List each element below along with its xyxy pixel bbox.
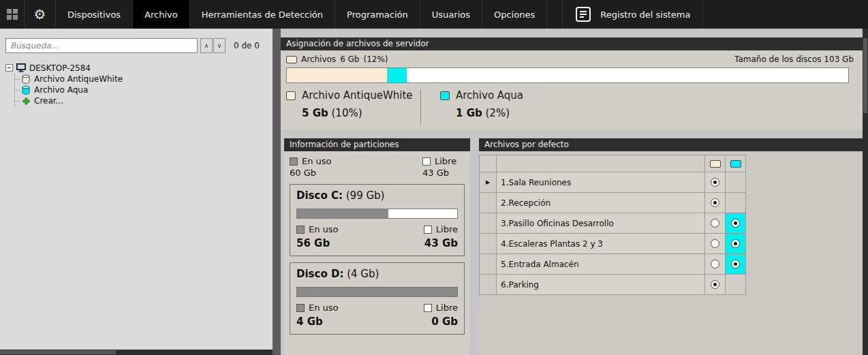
aqua-file-icon	[730, 160, 741, 168]
chevron-up-icon: ∧	[204, 42, 209, 49]
header-antiquewhite-column[interactable]	[705, 155, 726, 172]
menu-item-dispositivos[interactable]: Dispositivos	[56, 0, 133, 29]
tree-item-label: Archivo AntiqueWhite	[34, 74, 123, 84]
aqua-radio-cell[interactable]	[726, 172, 746, 193]
tree-item-3[interactable]: Crear...	[15, 95, 267, 106]
files-summary: Archivos 6 Gb (12%)	[286, 55, 388, 64]
app-grid-icon[interactable]	[0, 0, 25, 29]
main-content: Asignación de archivos de servidor Archi…	[281, 29, 863, 355]
menu-item-programacion[interactable]: Programación	[335, 0, 420, 29]
table-row: 3.Pasillo Oficinas Desarrollo	[480, 213, 746, 234]
menu-item-herramientas[interactable]: Herramientas de Detección	[190, 0, 335, 29]
aqua-radio-cell[interactable]	[726, 275, 746, 295]
add-plus-icon	[21, 97, 31, 105]
row-selector-cell[interactable]: ▶	[480, 172, 497, 193]
default-files-table: ▶1.Sala Reuniones2.Recepción3.Pasillo Of…	[479, 155, 746, 295]
table-row: 2.Recepción	[480, 193, 746, 213]
server-allocation-header: Asignación de archivos de servidor	[281, 37, 863, 50]
menu-item-opciones[interactable]: Opciones	[482, 0, 547, 29]
tree-collapse-toggle[interactable]	[5, 64, 13, 72]
antiquewhite-radio[interactable]	[711, 280, 719, 289]
in-use-swatch-icon	[296, 304, 305, 312]
partitions-panel: Información de particiones En uso Libre …	[284, 138, 470, 355]
antiquewhite-radio-cell[interactable]	[705, 275, 726, 295]
menu-item-archivo[interactable]: Archivo	[133, 0, 190, 29]
free-label: Libre	[436, 303, 458, 313]
file-name-cell[interactable]: 1.Sala Reuniones	[497, 172, 705, 193]
legend-value: 5 Gb	[302, 107, 328, 119]
in-use-label: En uso	[302, 156, 332, 166]
aqua-radio-cell[interactable]	[726, 234, 746, 254]
antiquewhite-radio[interactable]	[711, 239, 719, 248]
aqua-radio[interactable]	[731, 219, 740, 228]
disk-name: Disco D:	[296, 268, 343, 280]
file-name-cell[interactable]: 3.Pasillo Oficinas Desarrollo	[497, 213, 705, 234]
file-name-cell[interactable]: 6.Parking	[497, 275, 705, 295]
header-name-cell	[497, 155, 705, 172]
disk-bar-fill	[297, 209, 388, 218]
aqua-legend-icon[interactable]	[440, 91, 450, 100]
scrollbar-thumb[interactable]	[863, 38, 867, 113]
disk-in-use-value: 4 Gb	[296, 315, 323, 328]
free-swatch-icon	[424, 226, 432, 234]
search-next-button[interactable]: ∨	[213, 38, 226, 53]
antiquewhite-radio-cell[interactable]	[705, 254, 726, 275]
row-selector-cell[interactable]	[480, 275, 497, 295]
legend-item-aqua: Archivo Aqua 1 Gb (2%)	[440, 89, 523, 125]
file-name-cell[interactable]: 4.Escaleras Plantas 2 y 3	[497, 234, 705, 254]
antiquewhite-radio[interactable]	[711, 260, 719, 268]
app-window: ⚙ DispositivosArchivoHerramientas de Det…	[0, 0, 868, 355]
antiquewhite-legend-icon[interactable]	[286, 91, 296, 100]
tree-item-1[interactable]: Archivo AntiqueWhite	[15, 74, 267, 84]
in-use-label: En uso	[309, 224, 339, 234]
in-use-swatch-icon	[290, 157, 298, 166]
vertical-scrollbar[interactable]	[863, 29, 868, 355]
scrollbar-thumb[interactable]	[0, 350, 116, 354]
files-value: 6 Gb	[340, 55, 359, 64]
panel-title: Información de particiones	[290, 140, 399, 149]
antiquewhite-radio-cell[interactable]	[705, 213, 726, 234]
free-label: Libre	[436, 224, 458, 234]
menu-item-usuarios[interactable]: Usuarios	[420, 0, 482, 29]
aqua-radio-cell[interactable]	[726, 213, 746, 234]
panel-splitter[interactable]	[273, 29, 281, 355]
default-files-panel: Archivos por defecto ▶1.Sala Reuniones2.…	[479, 138, 863, 355]
legend-name: Archivo Aqua	[456, 89, 523, 102]
alloc-bar-aqua	[388, 68, 406, 82]
aqua-radio-cell[interactable]	[726, 193, 746, 213]
search-prev-button[interactable]: ∧	[200, 38, 213, 53]
settings-gear-button[interactable]: ⚙	[25, 0, 56, 29]
system-log-button[interactable]: Registro del sistema	[562, 0, 703, 29]
disk-c-box: Disco C: (99 Gb) En uso Libre 56 Gb 43 G…	[290, 184, 465, 256]
row-selector-cell[interactable]	[480, 213, 497, 234]
antiquewhite-radio[interactable]	[711, 178, 719, 187]
sidebar-horizontal-scrollbar[interactable]	[0, 350, 273, 355]
row-selector-cell[interactable]	[480, 193, 497, 213]
panel-title: Archivos por defecto	[484, 140, 569, 149]
antiquewhite-radio[interactable]	[711, 219, 719, 228]
allocation-bar	[286, 67, 849, 83]
tree-root-item[interactable]: DESKTOP-2584	[5, 62, 267, 74]
search-input[interactable]	[5, 38, 198, 53]
row-selector-cell[interactable]	[480, 254, 497, 275]
gear-icon: ⚙	[34, 6, 46, 22]
aqua-radio[interactable]	[731, 260, 740, 268]
aqua-radio[interactable]	[731, 239, 740, 248]
tree-item-2[interactable]: Archivo Aqua	[15, 84, 267, 95]
free-swatch-icon	[422, 157, 431, 166]
antiquewhite-radio-cell[interactable]	[705, 193, 726, 213]
disks-total-size: Tamaño de los discos 103 Gb	[734, 55, 854, 64]
antiquewhite-radio-cell[interactable]	[705, 172, 726, 193]
file-name-cell[interactable]: 2.Recepción	[497, 193, 705, 213]
antiquewhite-radio-cell[interactable]	[705, 234, 726, 254]
disk-size: (99 Gb)	[346, 189, 385, 202]
legend-name: Archivo AntiqueWhite	[302, 89, 413, 102]
total-in-use: 60 Gb	[290, 168, 316, 178]
antiquewhite-radio[interactable]	[711, 198, 719, 207]
in-use-swatch-icon	[296, 226, 305, 234]
file-name-cell[interactable]: 5.Entrada Almacén	[497, 254, 705, 275]
menubar: ⚙ DispositivosArchivoHerramientas de Det…	[0, 0, 868, 29]
row-selector-cell[interactable]	[480, 234, 497, 254]
header-aqua-column[interactable]	[726, 155, 746, 172]
aqua-radio-cell[interactable]	[726, 254, 746, 275]
